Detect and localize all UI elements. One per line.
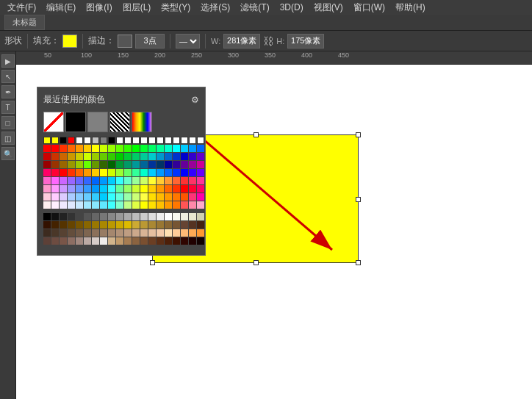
color-cell[interactable]	[140, 201, 148, 209]
color-cell[interactable]	[51, 229, 59, 237]
color-cell[interactable]	[76, 237, 83, 245]
color-cell[interactable]	[100, 213, 107, 220]
color-cell[interactable]	[60, 137, 67, 144]
color-cell[interactable]	[84, 229, 91, 237]
color-cell[interactable]	[84, 161, 91, 168]
color-cell[interactable]	[116, 185, 123, 193]
color-cell[interactable]	[132, 201, 140, 209]
tool-direct-select[interactable]: ↖	[1, 70, 15, 83]
color-cell[interactable]	[51, 145, 59, 152]
color-cell[interactable]	[148, 237, 156, 245]
handle-bottom-center[interactable]	[254, 260, 259, 265]
color-cell[interactable]	[84, 185, 91, 193]
color-cell[interactable]	[84, 213, 91, 220]
tool-shape[interactable]: □	[1, 116, 15, 129]
color-cell[interactable]	[76, 145, 83, 152]
color-cell[interactable]	[173, 145, 180, 152]
color-cell[interactable]	[124, 221, 132, 229]
color-cell[interactable]	[108, 229, 115, 237]
color-cell[interactable]	[197, 213, 204, 220]
color-cell[interactable]	[76, 213, 83, 220]
menu-help[interactable]: 帮助(H)	[391, 0, 430, 15]
color-cell[interactable]	[60, 201, 67, 209]
color-cell[interactable]	[43, 201, 51, 209]
color-cell[interactable]	[157, 161, 164, 168]
color-cell[interactable]	[157, 193, 164, 201]
color-cell[interactable]	[173, 229, 180, 237]
color-cell[interactable]	[181, 193, 188, 201]
color-cell[interactable]	[173, 153, 180, 160]
color-cell[interactable]	[157, 169, 164, 176]
color-cell[interactable]	[100, 185, 107, 193]
color-cell[interactable]	[76, 161, 83, 168]
color-cell[interactable]	[43, 153, 51, 160]
color-cell[interactable]	[108, 237, 115, 245]
color-cell[interactable]	[189, 185, 196, 193]
color-cell[interactable]	[173, 237, 180, 245]
color-cell[interactable]	[43, 145, 51, 152]
color-cell[interactable]	[124, 137, 132, 144]
color-cell[interactable]	[100, 237, 107, 245]
color-cell[interactable]	[140, 221, 148, 229]
color-cell[interactable]	[197, 137, 204, 144]
color-cell[interactable]	[140, 193, 148, 201]
color-cell[interactable]	[92, 145, 99, 152]
swatch-stripe[interactable]	[109, 112, 130, 132]
color-cell[interactable]	[189, 201, 196, 209]
color-cell[interactable]	[181, 145, 188, 152]
color-cell[interactable]	[108, 137, 115, 144]
color-cell[interactable]	[108, 193, 115, 201]
color-cell[interactable]	[51, 221, 59, 229]
color-cell[interactable]	[197, 193, 204, 201]
color-cell[interactable]	[100, 229, 107, 237]
color-cell[interactable]	[157, 185, 164, 193]
color-cell[interactable]	[84, 193, 91, 201]
menu-view[interactable]: 视图(V)	[309, 0, 348, 15]
color-cell[interactable]	[116, 229, 123, 237]
color-cell[interactable]	[108, 221, 115, 229]
stroke-color-swatch[interactable]	[118, 35, 132, 48]
color-cell[interactable]	[165, 221, 172, 229]
color-cell[interactable]	[100, 201, 107, 209]
color-cell[interactable]	[92, 137, 99, 144]
color-cell[interactable]	[84, 145, 91, 152]
menu-select[interactable]: 选择(S)	[196, 0, 234, 15]
color-cell[interactable]	[124, 237, 132, 245]
stroke-type-select[interactable]: —	[176, 34, 200, 48]
color-cell[interactable]	[108, 161, 115, 168]
color-cell[interactable]	[173, 137, 180, 144]
handle-top-center[interactable]	[254, 132, 259, 137]
color-cell[interactable]	[108, 169, 115, 176]
color-cell[interactable]	[148, 229, 156, 237]
color-cell[interactable]	[124, 201, 132, 209]
color-cell[interactable]	[132, 229, 140, 237]
color-cell[interactable]	[84, 221, 91, 229]
color-cell[interactable]	[197, 169, 204, 176]
color-cell[interactable]	[43, 177, 51, 184]
color-cell[interactable]	[197, 145, 204, 152]
color-cell[interactable]	[92, 169, 99, 176]
color-cell[interactable]	[68, 213, 75, 220]
color-cell[interactable]	[157, 213, 164, 220]
color-cell[interactable]	[116, 221, 123, 229]
tool-pen[interactable]: ✒	[1, 85, 15, 98]
color-cell[interactable]	[181, 221, 188, 229]
color-cell[interactable]	[51, 193, 59, 201]
link-icon[interactable]: ⛓	[263, 35, 273, 47]
color-cell[interactable]	[165, 201, 172, 209]
color-cell[interactable]	[68, 229, 75, 237]
menu-window[interactable]: 窗口(W)	[349, 0, 389, 15]
color-cell[interactable]	[157, 237, 164, 245]
color-cell[interactable]	[51, 237, 59, 245]
width-input[interactable]	[223, 34, 260, 48]
color-cell[interactable]	[124, 193, 132, 201]
color-cell[interactable]	[60, 213, 67, 220]
color-cell[interactable]	[157, 177, 164, 184]
color-cell[interactable]	[92, 201, 99, 209]
menu-file[interactable]: 文件(F)	[3, 0, 40, 15]
color-cell[interactable]	[148, 153, 156, 160]
color-cell[interactable]	[108, 145, 115, 152]
color-cell[interactable]	[157, 201, 164, 209]
color-cell[interactable]	[43, 161, 51, 168]
color-cell[interactable]	[132, 177, 140, 184]
